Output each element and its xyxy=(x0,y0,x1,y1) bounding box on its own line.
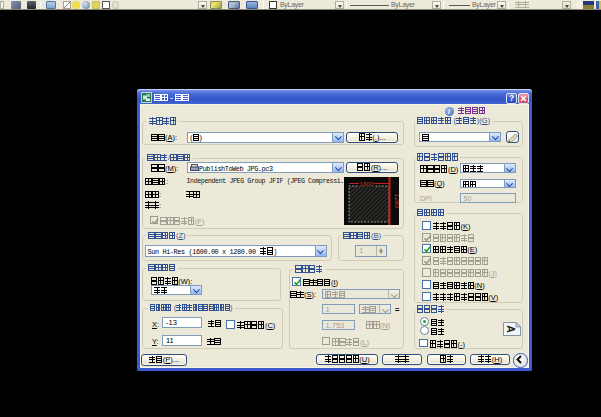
svg-text:1280: 1280 xyxy=(394,194,400,209)
svg-text:A: A xyxy=(505,325,517,333)
svg-text:1600: 1600 xyxy=(360,180,374,187)
